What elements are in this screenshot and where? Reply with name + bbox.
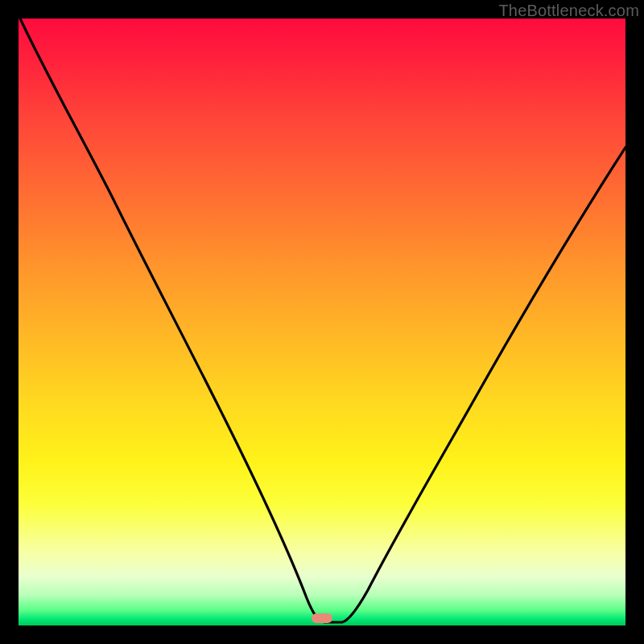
watermark-text: TheBottleneck.com	[498, 2, 639, 20]
bottleneck-curve	[19, 19, 625, 625]
curve-path	[20, 19, 625, 622]
chart-stage: TheBottleneck.com	[0, 0, 644, 644]
bottleneck-marker	[312, 613, 332, 623]
plot-area	[19, 19, 625, 625]
